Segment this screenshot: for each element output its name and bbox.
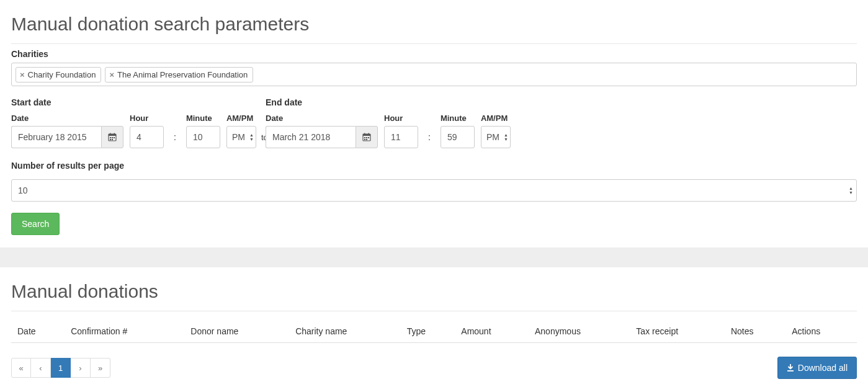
ampm-sublabel: AM/PM [481, 114, 511, 123]
date-sublabel: Date [11, 114, 123, 123]
ampm-sublabel: AM/PM [226, 114, 256, 123]
results-per-page-select[interactable]: 10 [11, 179, 857, 202]
minute-sublabel: Minute [186, 114, 220, 123]
svg-rect-14 [366, 137, 367, 138]
svg-rect-16 [364, 139, 365, 140]
col-charity-name: Charity name [289, 321, 401, 343]
col-notes: Notes [725, 321, 785, 343]
col-date: Date [11, 321, 65, 343]
end-ampm-select[interactable]: PM ▲▼ [481, 126, 511, 148]
start-date-group: Start date Date Hour : [11, 97, 259, 148]
col-actions: Actions [785, 321, 857, 343]
svg-rect-12 [369, 133, 370, 135]
charity-tag: × The Animal Preservation Foundation [105, 67, 253, 82]
svg-rect-11 [364, 133, 365, 135]
select-arrows-icon: ▲▼ [249, 133, 254, 141]
results-per-page-value: 10 [18, 185, 28, 195]
svg-rect-15 [368, 137, 369, 138]
svg-rect-7 [110, 139, 111, 140]
search-button[interactable]: Search [11, 213, 60, 235]
table-header-row: Date Confirmation # Donor name Charity n… [11, 321, 857, 343]
svg-rect-6 [114, 137, 115, 138]
col-donor-name: Donor name [184, 321, 289, 343]
svg-rect-2 [110, 133, 111, 135]
end-date-label: End date [266, 97, 514, 107]
svg-rect-18 [787, 370, 794, 372]
ampm-value: PM [232, 132, 245, 142]
svg-rect-5 [112, 137, 113, 138]
download-icon [787, 364, 794, 372]
svg-rect-3 [114, 133, 115, 135]
select-arrows-icon: ▲▼ [849, 186, 853, 195]
svg-rect-4 [110, 137, 111, 138]
results-table: Date Confirmation # Donor name Charity n… [11, 321, 857, 343]
col-confirmation: Confirmation # [65, 321, 184, 343]
start-ampm-select[interactable]: PM ▲▼ [226, 126, 256, 148]
end-minute-input[interactable] [441, 126, 475, 148]
time-colon: : [424, 126, 434, 148]
pager-page-button[interactable]: 1 [51, 358, 71, 378]
search-parameters-section: Manual donation search parameters Charit… [0, 0, 868, 247]
start-minute-input[interactable] [186, 126, 220, 148]
hour-sublabel: Hour [384, 114, 418, 123]
end-date-group: End date Date Hour : Mi [266, 97, 514, 148]
col-anonymous: Anonymous [529, 321, 630, 343]
charity-tag: × Charity Foundation [16, 67, 101, 82]
results-per-page-label: Number of results per page [11, 161, 857, 171]
svg-rect-17 [366, 139, 367, 140]
svg-rect-10 [363, 134, 370, 136]
time-colon: : [170, 126, 180, 148]
start-hour-input[interactable] [130, 126, 164, 148]
end-hour-input[interactable] [384, 126, 418, 148]
remove-tag-icon[interactable]: × [20, 71, 25, 79]
calendar-icon [362, 133, 371, 141]
col-amount: Amount [455, 321, 529, 343]
date-sublabel: Date [266, 114, 378, 123]
pager-first-button[interactable]: « [11, 358, 31, 378]
svg-rect-1 [109, 134, 116, 136]
col-tax-receipt: Tax receipt [630, 321, 725, 343]
pager-prev-button[interactable]: ‹ [31, 358, 51, 378]
svg-rect-8 [112, 139, 113, 140]
minute-sublabel: Minute [441, 114, 475, 123]
results-title: Manual donations [11, 281, 857, 311]
section-divider [0, 247, 868, 267]
remove-tag-icon[interactable]: × [109, 71, 114, 79]
ampm-value: PM [486, 132, 499, 142]
charity-tag-label: Charity Foundation [28, 70, 96, 79]
page-title: Manual donation search parameters [11, 14, 857, 44]
select-arrows-icon: ▲▼ [504, 133, 508, 141]
svg-rect-13 [364, 137, 365, 138]
charity-tag-label: The Animal Preservation Foundation [117, 70, 248, 79]
download-all-label: Download all [798, 363, 848, 373]
calendar-icon [108, 133, 117, 141]
download-all-button[interactable]: Download all [777, 357, 857, 379]
charities-input[interactable]: × Charity Foundation × The Animal Preser… [11, 63, 857, 86]
charities-label: Charities [11, 49, 857, 59]
calendar-button[interactable] [356, 126, 378, 148]
pagination: « ‹ 1 › » [11, 358, 110, 378]
end-date-input[interactable] [266, 126, 356, 148]
hour-sublabel: Hour [130, 114, 164, 123]
start-date-input[interactable] [11, 126, 101, 148]
col-type: Type [401, 321, 455, 343]
calendar-button[interactable] [101, 126, 123, 148]
results-section: Manual donations Date Confirmation # Don… [0, 267, 868, 391]
start-date-label: Start date [11, 97, 259, 107]
pager-next-button[interactable]: › [71, 358, 91, 378]
pager-last-button[interactable]: » [91, 358, 110, 378]
